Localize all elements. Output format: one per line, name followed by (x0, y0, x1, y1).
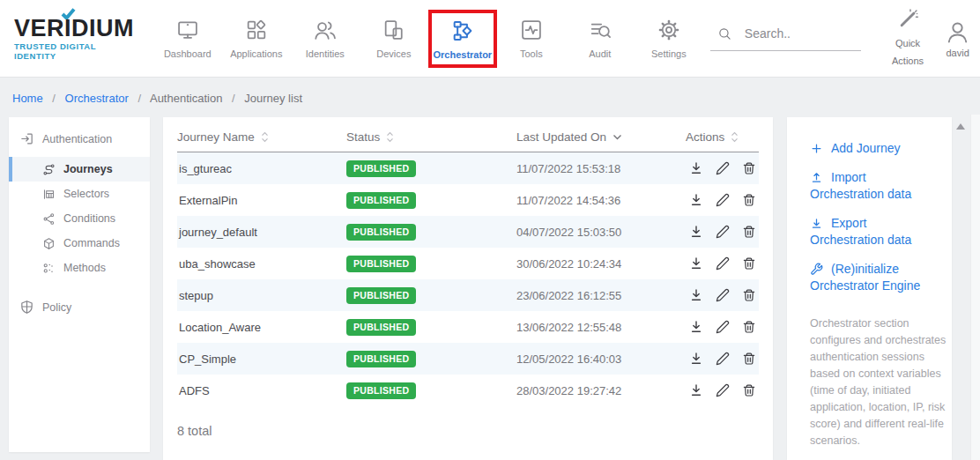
sidebar-group-label: Authentication (42, 133, 112, 145)
orchestrator-description: Orchestrator section configures and orch… (810, 315, 949, 449)
edit-icon[interactable] (716, 225, 730, 239)
table-row: uba_showcase PUBLISHED 30/06/2022 10:24:… (177, 248, 759, 279)
sidebar-item-label: Journeys (63, 163, 113, 175)
user-menu[interactable]: david (935, 19, 980, 58)
journey-name: CP_Simple (177, 352, 346, 366)
sidebar-item-methods[interactable]: Methods (9, 256, 150, 280)
veridium-logo[interactable]: VERIDIUM TRUSTED DIGITAL IDENTITY (14, 17, 136, 61)
header-journey-name[interactable]: Journey Name (177, 130, 346, 144)
nav-item-tools[interactable]: Tools (497, 18, 566, 59)
methods-dots-icon (42, 262, 56, 275)
edit-icon[interactable] (716, 352, 730, 366)
sidebar-item-selectors[interactable]: Selectors (9, 182, 150, 206)
edit-icon[interactable] (716, 288, 730, 302)
logo-text: DIUM (71, 17, 134, 41)
delete-icon[interactable] (742, 193, 756, 207)
edit-icon[interactable] (716, 193, 730, 207)
journey-name: is_gtureac (177, 162, 346, 175)
nav-item-dashboard[interactable]: Dashboard (153, 18, 222, 59)
edit-icon[interactable] (716, 320, 730, 334)
quick-actions-button[interactable]: Quick Actions (884, 7, 932, 70)
status-badge: PUBLISHED (346, 192, 416, 209)
devices-icon (382, 18, 406, 42)
breadcrumb-authentication: Authentication (150, 92, 222, 105)
table-header-row: Journey Name Status Last Updated On Acti… (177, 117, 759, 152)
header-actions[interactable]: Actions (686, 130, 759, 144)
reinitialize-engine-link[interactable]: (Re)initialize Orchestrator Engine (810, 261, 941, 294)
import-orchestration-link[interactable]: Import Orchestration data (810, 169, 941, 203)
journey-table: Journey Name Status Last Updated On Acti… (163, 117, 773, 460)
download-icon[interactable] (689, 383, 703, 397)
delete-icon[interactable] (742, 288, 756, 302)
download-icon[interactable] (689, 193, 703, 207)
search-icon (717, 26, 732, 41)
table-row: Location_Aware PUBLISHED 13/06/2022 12:5… (177, 311, 759, 343)
cube-icon (42, 237, 56, 250)
download-icon[interactable] (689, 320, 703, 334)
last-updated: 12/05/2022 16:40:03 (516, 352, 686, 366)
app-window: VERIDIUM TRUSTED DIGITAL IDENTITY Dashbo… (0, 0, 980, 460)
last-updated: 30/06/2022 10:24:34 (516, 257, 686, 271)
table-row: ExternalPin PUBLISHED 11/07/2022 14:54:3… (177, 184, 759, 216)
nav-item-devices[interactable]: Devices (360, 18, 428, 59)
download-icon[interactable] (689, 225, 703, 239)
delete-icon[interactable] (742, 383, 756, 397)
download-icon[interactable] (689, 288, 703, 302)
actions-panel: Add Journey Import Orchestration data Ex… (787, 117, 952, 460)
delete-icon[interactable] (742, 225, 756, 239)
identities-icon (313, 18, 338, 42)
breadcrumb-home[interactable]: Home (12, 92, 43, 105)
edit-icon[interactable] (716, 256, 730, 271)
last-updated: 28/03/2022 19:27:42 (516, 384, 686, 397)
nav-item-audit[interactable]: Audit (566, 18, 635, 59)
add-journey-link[interactable]: Add Journey (810, 140, 941, 157)
delete-icon[interactable] (742, 256, 756, 271)
nav-item-settings[interactable]: Settings (635, 18, 703, 59)
nav-label: Applications (230, 48, 282, 59)
header-last-updated[interactable]: Last Updated On (516, 130, 686, 144)
scrollbar-track[interactable] (970, 115, 980, 460)
journey-name: Location_Aware (177, 321, 346, 334)
table-row: CP_Simple PUBLISHED 12/05/2022 16:40:03 (177, 343, 759, 375)
last-updated: 23/06/2022 16:12:55 (516, 289, 686, 302)
edit-icon[interactable] (716, 161, 730, 175)
status-badge: PUBLISHED (346, 224, 416, 241)
table-row: journey_default PUBLISHED 04/07/2022 15:… (177, 216, 759, 248)
search-input[interactable] (745, 26, 858, 41)
sidebar-item-conditions[interactable]: Conditions (9, 206, 150, 231)
table-row: ADFS PUBLISHED 28/03/2022 19:27:42 (177, 375, 759, 406)
breadcrumb-journey-list: Journey list (244, 92, 302, 105)
edit-icon[interactable] (716, 383, 730, 397)
nav-item-orchestrator[interactable]: Orchestrator (428, 10, 497, 68)
sidebar-item-commands[interactable]: Commands (9, 231, 150, 256)
journey-name: journey_default (177, 226, 346, 239)
export-orchestration-link[interactable]: Export Orchestration data (810, 215, 941, 249)
sidebar-group-policy[interactable]: Policy (9, 280, 150, 325)
search-box (710, 26, 861, 51)
user-avatar-icon (944, 19, 971, 46)
sort-icon (731, 131, 739, 143)
upload-icon (810, 171, 823, 184)
nav-item-identities[interactable]: Identities (291, 18, 360, 59)
nav-label: Dashboard (164, 48, 212, 59)
delete-icon[interactable] (742, 352, 756, 366)
scroll-up-arrow[interactable] (956, 123, 965, 130)
audit-icon (588, 18, 612, 42)
logo-letter-i: I (64, 17, 71, 41)
nav-item-applications[interactable]: Applications (222, 18, 291, 59)
delete-icon[interactable] (742, 320, 756, 334)
sidebar-group-authentication[interactable]: Authentication (9, 117, 150, 157)
breadcrumb-orchestrator[interactable]: Orchestrator (65, 92, 129, 105)
sidebar-item-journeys[interactable]: Journeys (9, 157, 150, 182)
download-icon[interactable] (689, 256, 703, 271)
shield-icon (19, 300, 34, 315)
breadcrumb: Home / Orchestrator / Authentication / J… (0, 78, 980, 105)
checkmark-icon (61, 8, 76, 19)
download-icon[interactable] (689, 161, 703, 175)
delete-icon[interactable] (742, 161, 756, 175)
dashboard-icon (175, 18, 200, 42)
download-icon[interactable] (689, 352, 703, 366)
table-row: stepup PUBLISHED 23/06/2022 16:12:55 (177, 279, 759, 311)
header-status[interactable]: Status (346, 130, 516, 144)
nav-label: Identities (306, 48, 345, 59)
